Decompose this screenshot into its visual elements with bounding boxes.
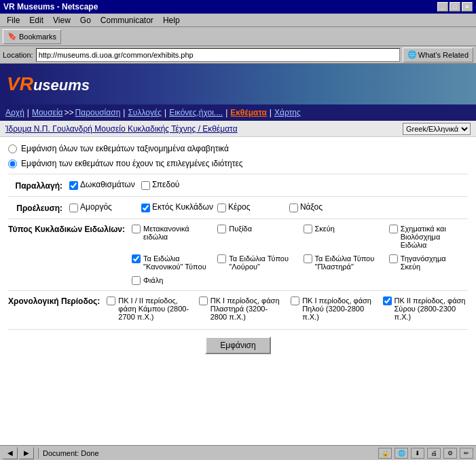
period-check-1[interactable]	[199, 296, 208, 305]
menu-edit[interactable]: Edit	[25, 15, 48, 26]
tipos-check-2[interactable]	[304, 225, 312, 233]
close-button[interactable]: ×	[462, 2, 473, 12]
tipos-item-7: Τηγανόσχημα Σκεύη	[389, 254, 468, 271]
tipos-label-5: Τα Ειδώλια Τύπου "Λούρου"	[229, 254, 296, 271]
tipos-check-4[interactable]	[132, 254, 141, 263]
nav-xartis[interactable]: Χάρτης	[274, 108, 301, 117]
maximize-button[interactable]: □	[450, 2, 460, 12]
toolbar: 🔖 Bookmarks	[0, 27, 476, 46]
proelefsi-label-3: Νάξος	[300, 202, 323, 212]
logo-vr: VR	[7, 73, 33, 94]
tipos-section: Τύπος Κυκλαδικών Ειδωλίων: Μετακανονικά …	[8, 218, 468, 290]
nav-ekthemata[interactable]: Εκθέματα	[230, 108, 267, 117]
radio-option-2: Εμφάνιση των εκθεμάτων που έχουν τις επι…	[8, 159, 468, 168]
tipos-check-5[interactable]	[217, 254, 226, 263]
proelefsi-section: Προέλευση: Αμοργός Εκτός Κυκλάδων Κέρος …	[8, 196, 468, 218]
location-input[interactable]	[36, 48, 400, 62]
chronologiki-grid: ΠΚ Ι / ΙΙ περίοδος, φάση Κάμπου (2800-27…	[107, 296, 468, 321]
period-check-2[interactable]	[291, 296, 299, 305]
menu-go[interactable]: Go	[76, 15, 95, 26]
tipos-item-8: Φιάλη	[132, 276, 210, 285]
nav-sep-5: |	[268, 108, 273, 117]
tipos-check-8[interactable]	[132, 276, 141, 285]
back-button[interactable]: ◀	[3, 447, 18, 459]
window-controls: _ □ ×	[437, 2, 473, 12]
window-title-bar: VR Museums - Netscape _ □ ×	[0, 0, 476, 14]
paralagi-label-1: Σπεδού	[152, 180, 179, 189]
proelefsi-label-0: Αμοργός	[80, 202, 112, 212]
tipos-check-7[interactable]	[389, 254, 398, 263]
paralagi-item-0: Δωκαθισμάτων	[69, 180, 137, 191]
nav-sep-2: |	[122, 108, 126, 117]
paralagi-section: Παραλλαγή: Δωκαθισμάτων Σπεδού	[8, 174, 468, 196]
paralagi-item-1: Σπεδού	[141, 180, 209, 191]
status-divider-1	[38, 448, 39, 459]
nav-bar: Αρχή | Μουσεία >> Παρουσίαση | Συλλογές …	[0, 104, 476, 121]
menu-bar: File Edit View Go Communicator Help	[0, 14, 476, 27]
proelefsi-label-1: Εκτός Κυκλάδων	[152, 202, 213, 212]
radio-alphabetical[interactable]	[8, 145, 17, 153]
chronologiki-label: Χρονολογική Περίοδος:	[8, 296, 107, 321]
menu-communicator[interactable]: Communicator	[96, 15, 158, 26]
form-area: Εμφάνιση όλων των εκθεμάτων ταξινομημένα…	[0, 137, 476, 445]
forward-button[interactable]: ▶	[19, 447, 34, 459]
bookmarks-button[interactable]: 🔖 Bookmarks	[3, 29, 61, 44]
paralagi-check-0[interactable]	[69, 181, 78, 190]
proelefsi-check-3[interactable]	[289, 204, 298, 212]
period-check-3[interactable]	[383, 296, 392, 305]
period-check-0[interactable]	[107, 296, 115, 305]
tipos-label-8: Φιάλη	[143, 276, 163, 284]
submit-button[interactable]: Εμφάνιση	[205, 337, 270, 354]
tipos-item-4: Τα Ειδώλια "Κανονικού" Τύπου	[132, 254, 210, 271]
status-text: Document: Done	[43, 449, 99, 457]
window-title-left: VR Museums - Netscape	[3, 2, 98, 12]
nav-arxi[interactable]: Αρχή	[5, 108, 24, 117]
nav-parousiasi[interactable]: Παρουσίαση	[75, 108, 121, 117]
language-selector[interactable]: Greek/Ελληνικά English	[403, 123, 471, 135]
period-item-3: ΠΚ ΙΙ περίοδος, φάση Σύρου (2800-2300 π.…	[383, 296, 468, 321]
menu-file[interactable]: File	[3, 15, 24, 26]
page-content: VRuseums Αρχή | Μουσεία >> Παρουσίαση | …	[0, 64, 476, 445]
tipos-label-7: Τηγανόσχημα Σκεύη	[401, 254, 468, 271]
proelefsi-check-2[interactable]	[217, 204, 226, 212]
nav-sep-4: |	[224, 108, 229, 117]
period-item-0: ΠΚ Ι / ΙΙ περίοδος, φάση Κάμπου (2800-27…	[107, 296, 191, 321]
whats-related-button[interactable]: 🌐 What's Related	[403, 47, 473, 62]
proelefsi-item-1: Εκτός Κυκλάδων	[141, 202, 213, 213]
site-logo: VRuseums	[7, 73, 90, 95]
paralagi-label-0: Δωκαθισμάτων	[80, 180, 135, 189]
location-label: Location:	[3, 51, 33, 59]
tipos-item-0: Μετακανονικά ειδώλια	[132, 225, 210, 249]
nav-mouseia[interactable]: Μουσεία	[32, 108, 63, 117]
proelefsi-options: Αμοργός Εκτός Κυκλάδων Κέρος Νάξος	[69, 202, 468, 213]
menu-view[interactable]: View	[49, 15, 75, 26]
bookmarks-label: Bookmarks	[19, 33, 56, 41]
nav-sylloges[interactable]: Συλλογές	[128, 108, 162, 117]
period-label-3: ΠΚ ΙΙ περίοδος, φάση Σύρου (2800-2300 π.…	[395, 296, 468, 321]
breadcrumb: Ίδρυμα Ν.Π. Γουλανδρή Μουσείο Κυκλαδικής…	[5, 124, 238, 134]
paralagi-check-1[interactable]	[141, 181, 150, 190]
pencil-icon: ✏	[460, 448, 473, 459]
tipos-label: Τύπος Κυκλαδικών Ειδωλίων:	[8, 225, 132, 285]
bookmark-icon: 🔖	[7, 32, 17, 41]
radio-alphabetical-label: Εμφάνιση όλων των εκθεμάτων ταξινομημένα…	[21, 144, 229, 153]
nav-icons: ◀ ▶	[3, 447, 34, 459]
proelefsi-item-0: Αμοργός	[69, 202, 137, 213]
menu-help[interactable]: Help	[159, 15, 184, 26]
submit-area: Εμφάνιση	[8, 329, 468, 361]
proelefsi-label: Προέλευση:	[8, 202, 69, 213]
tipos-item-5: Τα Ειδώλια Τύπου "Λούρου"	[217, 254, 296, 271]
tipos-check-1[interactable]	[217, 225, 226, 233]
tipos-label-2: Σκεύη	[315, 225, 335, 233]
download-icon: ⬇	[411, 448, 424, 459]
location-bar: Location: 🌐 What's Related	[0, 46, 476, 64]
minimize-button[interactable]: _	[437, 2, 448, 12]
tipos-check-0[interactable]	[132, 225, 141, 233]
proelefsi-check-0[interactable]	[69, 204, 78, 212]
tipos-check-3[interactable]	[389, 225, 398, 233]
proelefsi-check-1[interactable]	[141, 204, 150, 212]
tipos-check-6[interactable]	[304, 254, 312, 263]
tipos-item-2: Σκεύη	[304, 225, 382, 249]
radio-filtered[interactable]	[8, 159, 17, 168]
nav-eikones[interactable]: Εικόνες,ήχοι....	[169, 108, 223, 117]
